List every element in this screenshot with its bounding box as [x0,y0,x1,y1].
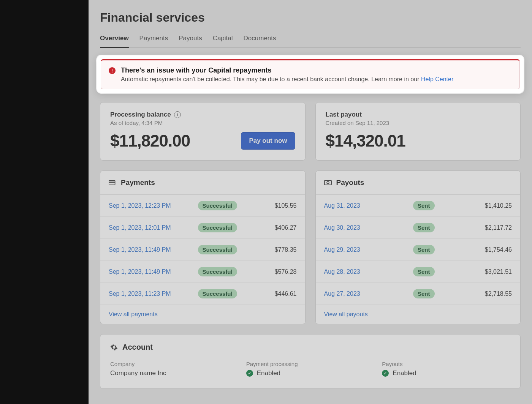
payouts-list-title: Payouts [336,178,364,187]
last-payout-card: Last payout Created on Sep 11, 2023 $14,… [315,102,521,161]
payment-amount: $406.27 [251,224,297,231]
payout-date: Aug 28, 2023 [324,268,413,275]
payments-list-card: Payments Sep 1, 2023, 12:23 PM Successfu… [100,170,306,324]
payments-list-title: Payments [121,178,155,187]
account-payouts: Payouts ✓ Enabled [382,361,510,377]
view-all-payments-link[interactable]: View all payments [109,311,158,317]
payment-status-badge: Successful [198,245,237,254]
account-company-label: Company [110,361,239,367]
payout-status-badge: Sent [413,201,435,210]
payouts-icon [324,180,332,186]
alert-text-body: Automatic repayments can't be collected.… [121,76,421,82]
account-payouts-value: Enabled [393,369,416,377]
payout-row[interactable]: Aug 28, 2023 Sent $3,021.51 [316,261,521,283]
processing-balance-card: Processing balance i As of today, 4:34 P… [100,102,306,161]
payout-row[interactable]: Aug 29, 2023 Sent $1,754.46 [316,239,521,261]
account-processing: Payment processing ✓ Enabled [246,361,375,377]
alert-title: There's an issue with your Capital repay… [121,66,453,74]
account-processing-label: Payment processing [246,361,375,367]
payout-row[interactable]: Aug 27, 2023 Sent $2,718.55 [316,283,521,305]
payout-amount: $1,754.46 [466,246,512,253]
main-content: Financial services Overview Payments Pay… [89,0,532,404]
account-company-value: Company name Inc [110,369,239,377]
payouts-list-card: Payouts Aug 31, 2023 Sent $1,410.25 Aug … [315,170,521,324]
payment-amount: $778.35 [251,246,297,253]
check-icon: ✓ [246,370,253,377]
payment-date: Sep 1, 2023, 12:23 PM [109,202,198,209]
payout-amount: $1,410.25 [466,202,512,209]
payout-date: Aug 27, 2023 [324,290,413,297]
payment-status-badge: Successful [198,201,237,210]
help-center-link[interactable]: Help Center [421,76,453,82]
payment-date: Sep 1, 2023, 11:49 PM [109,268,198,275]
payment-row[interactable]: Sep 1, 2023, 11:49 PM Successful $778.35 [100,239,305,261]
payout-status-badge: Sent [413,267,435,276]
payout-status-badge: Sent [413,223,435,232]
tab-overview[interactable]: Overview [100,32,129,47]
payout-row[interactable]: Aug 30, 2023 Sent $2,117.72 [316,217,521,239]
info-icon[interactable]: i [174,111,181,118]
page-title: Financial services [100,11,521,25]
tab-documents[interactable]: Documents [244,32,276,47]
payout-date: Aug 29, 2023 [324,246,413,253]
payment-status-badge: Successful [198,289,237,298]
account-title: Account [122,343,153,352]
payment-amount: $105.55 [251,202,297,209]
gear-icon [110,344,118,351]
payment-row[interactable]: Sep 1, 2023, 12:01 PM Successful $406.27 [100,217,305,239]
last-payout-subtext: Created on Sep 11, 2023 [326,120,511,126]
payment-amount: $446.61 [251,290,297,297]
payment-row[interactable]: Sep 1, 2023, 11:23 PM Successful $446.61 [100,283,305,305]
account-card: Account Company Company name Inc Payment… [100,334,521,389]
processing-balance-amount: $11,820.00 [110,131,190,150]
payment-row[interactable]: Sep 1, 2023, 12:23 PM Successful $105.55 [100,195,305,217]
alert-content: There's an issue with your Capital repay… [121,66,453,83]
check-icon: ✓ [382,370,389,377]
alert-banner: ! There's an issue with your Capital rep… [101,59,520,89]
tab-payments[interactable]: Payments [139,32,168,47]
payment-date: Sep 1, 2023, 11:49 PM [109,246,198,253]
payout-amount: $2,117.72 [466,224,512,231]
payout-amount: $3,021.51 [466,268,512,275]
processing-balance-subtext: As of today, 4:34 PM [110,120,295,126]
alert-banner-container: ! There's an issue with your Capital rep… [97,55,524,93]
payout-date: Aug 31, 2023 [324,202,413,209]
account-payouts-label: Payouts [382,361,510,367]
tabs: Overview Payments Payouts Capital Docume… [100,32,521,48]
svg-rect-1 [109,182,115,183]
last-payout-label: Last payout [326,111,362,118]
last-payout-amount: $14,320.01 [326,131,405,150]
account-company: Company Company name Inc [110,361,239,377]
alert-text: Automatic repayments can't be collected.… [121,76,453,83]
processing-balance-label: Processing balance [110,111,171,118]
sidebar [0,0,89,404]
payout-status-badge: Sent [413,245,435,254]
pay-out-now-button[interactable]: Pay out now [241,132,295,150]
payment-row[interactable]: Sep 1, 2023, 11:49 PM Successful $576.28 [100,261,305,283]
payout-row[interactable]: Aug 31, 2023 Sent $1,410.25 [316,195,521,217]
payment-amount: $576.28 [251,268,297,275]
svg-rect-2 [324,180,331,185]
account-processing-value: Enabled [257,369,280,377]
payment-status-badge: Successful [198,267,237,276]
tab-capital[interactable]: Capital [213,32,233,47]
payout-date: Aug 30, 2023 [324,224,413,231]
payment-date: Sep 1, 2023, 11:23 PM [109,290,198,297]
view-all-payouts-link[interactable]: View all payouts [324,311,368,317]
payment-status-badge: Successful [198,223,237,232]
tab-payouts[interactable]: Payouts [179,32,202,47]
payout-status-badge: Sent [413,289,435,298]
payment-date: Sep 1, 2023, 12:01 PM [109,224,198,231]
payout-amount: $2,718.55 [466,290,512,297]
svg-point-3 [327,181,329,184]
alert-icon: ! [109,67,116,74]
payments-icon [109,180,116,186]
